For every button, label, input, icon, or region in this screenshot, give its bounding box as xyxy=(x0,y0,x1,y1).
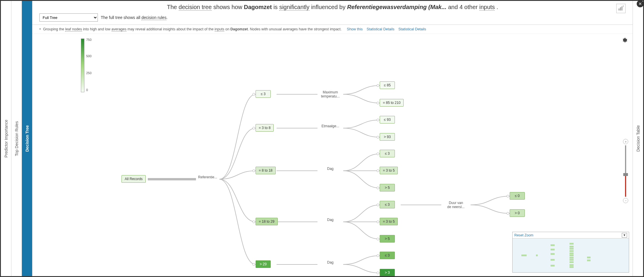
svg-point-27 xyxy=(377,255,379,257)
link-show-this[interactable]: Show this xyxy=(347,27,363,31)
node-l3-4-0[interactable]: ≤ 3 xyxy=(380,252,395,259)
node-l3-1-1[interactable]: > 93 xyxy=(380,133,395,141)
svg-point-22 xyxy=(507,212,509,215)
link-insight-inputs[interactable]: inputs xyxy=(215,27,224,32)
minimap-node xyxy=(570,248,574,250)
svg-point-28 xyxy=(377,272,379,274)
minimap-node xyxy=(570,261,574,263)
minimap-collapse-icon[interactable]: ▼ xyxy=(622,233,627,238)
minimap-node xyxy=(570,266,574,268)
link-averages[interactable]: averages xyxy=(112,27,126,32)
svg-point-23 xyxy=(377,221,379,223)
link-statistical-details-1[interactable]: Statistical Details xyxy=(367,27,394,31)
svg-point-15 xyxy=(377,170,379,172)
close-button[interactable]: ✕ xyxy=(637,0,644,7)
node-l3-1-0[interactable]: ≤ 93 xyxy=(380,116,395,123)
split-root: Referentie... xyxy=(198,175,217,179)
split-l2-3: Dag xyxy=(327,218,334,222)
svg-point-14 xyxy=(377,153,379,155)
minimap-body[interactable] xyxy=(513,238,629,272)
svg-point-21 xyxy=(507,195,509,197)
minimap-node xyxy=(570,255,574,256)
target-name: Dagomzet xyxy=(244,4,272,10)
minimap-node xyxy=(551,259,555,261)
node-l3-0-1[interactable]: = 85 to 210 xyxy=(380,99,404,107)
link-decision-rules[interactable]: decision rules xyxy=(141,15,166,20)
node-l2-1[interactable]: = 3 to 8 xyxy=(256,124,274,132)
tab-top-decision-rules[interactable]: Top Decision Rules xyxy=(11,1,22,276)
svg-point-24 xyxy=(377,238,379,240)
minimap-node xyxy=(570,246,574,248)
svg-rect-2 xyxy=(622,6,622,11)
node-l3-0-0[interactable]: ≤ 85 xyxy=(380,81,395,89)
minimap-node xyxy=(551,253,555,255)
zoom-slider[interactable]: ＋ － xyxy=(622,139,629,203)
tab-predictor-importance[interactable]: Predictor Importance xyxy=(1,1,11,276)
minimap-node xyxy=(551,244,555,246)
svg-point-8 xyxy=(253,127,255,129)
minimap-node xyxy=(570,264,574,266)
split-l2-2: Dag xyxy=(327,167,334,171)
minimap-node xyxy=(536,255,538,256)
minimap-node xyxy=(570,243,574,245)
svg-point-19 xyxy=(377,204,379,206)
node-l3-3-0[interactable]: ≤ 3 xyxy=(380,201,395,208)
tree-canvas[interactable]: 750 500 250 0 All RecordsReferentie...≤ … xyxy=(32,34,633,276)
zoom-track[interactable] xyxy=(625,145,626,197)
chart-export-icon[interactable] xyxy=(616,4,626,13)
node-l2-3[interactable]: = 18 to 29 xyxy=(256,218,278,225)
svg-point-11 xyxy=(377,136,379,138)
node-l3-2-0[interactable]: ≤ 3 xyxy=(380,150,395,157)
minimap-node xyxy=(551,249,555,250)
minimap-node xyxy=(587,259,591,261)
node-l4-3-0-1[interactable]: > 0 xyxy=(510,209,525,217)
node-l3-4-1[interactable]: > 3 xyxy=(380,269,395,276)
svg-point-4 xyxy=(253,93,255,95)
svg-point-16 xyxy=(377,187,379,189)
color-legend: 750 500 250 0 xyxy=(79,37,103,95)
svg-rect-1 xyxy=(620,7,621,11)
minimap-node xyxy=(570,257,574,259)
minimap-node xyxy=(570,259,574,261)
svg-point-12 xyxy=(253,170,255,172)
link-statistical-details-2[interactable]: Statistical Details xyxy=(398,27,426,31)
split-l2-1: Etmaalge... xyxy=(322,124,339,128)
split-l2-4: Dag xyxy=(327,260,334,264)
node-l2-0[interactable]: ≤ 3 xyxy=(256,90,271,98)
minimap-node xyxy=(570,250,574,252)
svg-point-10 xyxy=(377,119,379,121)
link-decision-tree[interactable]: decision tree xyxy=(179,4,212,11)
link-significantly[interactable]: significantly xyxy=(279,4,309,11)
tree-view-select[interactable]: Full Tree xyxy=(39,13,98,22)
svg-point-17 xyxy=(253,221,255,223)
tab-decision-tree[interactable]: Decision Tree xyxy=(22,1,32,276)
node-l3-3-1[interactable]: = 3 to 5 xyxy=(380,218,398,225)
node-l2-2[interactable]: = 8 to 18 xyxy=(256,167,276,174)
minimap-node xyxy=(570,252,574,254)
svg-point-6 xyxy=(377,84,379,87)
zoom-thumb[interactable] xyxy=(623,173,628,176)
link-inputs[interactable]: inputs xyxy=(479,4,495,11)
reset-zoom-link[interactable]: Reset Zoom xyxy=(514,233,533,237)
node-l3-3-2[interactable]: > 5 xyxy=(380,235,395,243)
split-l2-0: Maximumtemperatu... xyxy=(321,90,340,98)
node-l3-2-1[interactable]: = 3 to 5 xyxy=(380,167,398,174)
svg-rect-0 xyxy=(619,8,619,11)
gear-icon[interactable] xyxy=(622,37,627,43)
link-leaf-nodes[interactable]: leaf nodes xyxy=(65,27,82,32)
zoom-in-icon[interactable]: ＋ xyxy=(623,139,628,144)
node-l3-2-2[interactable]: > 5 xyxy=(380,184,395,191)
node-root[interactable]: All Records xyxy=(121,175,146,183)
top-predictor: Referentiegewasverdamping (Mak... xyxy=(347,4,447,10)
minimap[interactable]: Reset Zoom ▼ xyxy=(512,232,629,273)
zoom-out-icon[interactable]: － xyxy=(623,198,628,203)
minimap-node xyxy=(521,255,527,256)
insight-row: • Grouping the leaf nodes into high and … xyxy=(32,25,633,34)
split-l3-3-0: Duur vande neersl... xyxy=(447,201,464,209)
subtitle-text: The full tree shows all decision rules. xyxy=(101,15,168,20)
title-summary: The decision tree shows how Dagomzet is … xyxy=(32,1,633,12)
node-l4-3-0-0[interactable]: ≤ 0 xyxy=(510,192,525,200)
node-l2-4[interactable]: > 29 xyxy=(256,260,271,268)
svg-point-25 xyxy=(253,263,255,266)
tab-decision-table[interactable]: Decision Table xyxy=(633,1,643,276)
